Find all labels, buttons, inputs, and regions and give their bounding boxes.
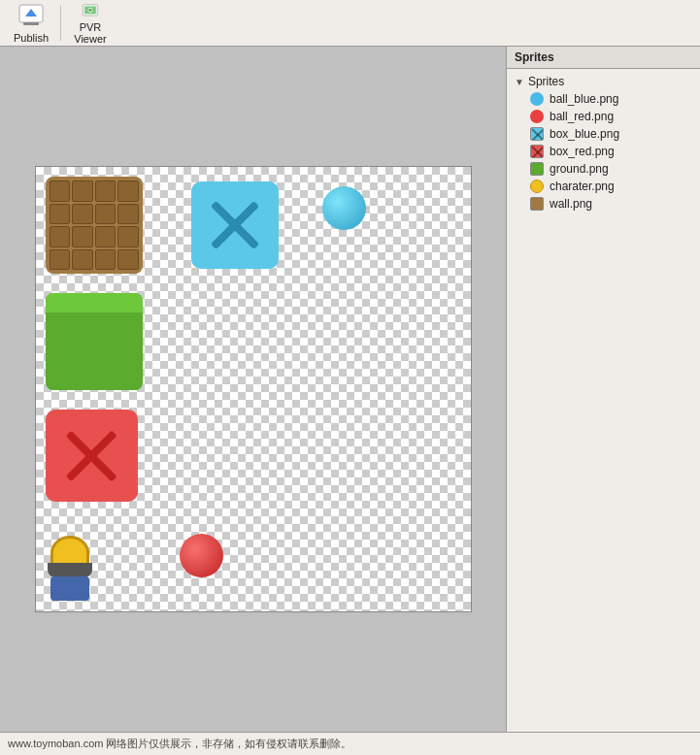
publish-icon	[17, 3, 45, 30]
ball-blue-sprite[interactable]	[322, 186, 366, 230]
sprite-row-wall[interactable]: wall.png	[507, 195, 700, 213]
panel-title: Sprites	[507, 47, 700, 69]
tree-triangle-icon: ▼	[515, 77, 524, 87]
ground-sprite[interactable]	[46, 293, 143, 390]
sprite-row-ground[interactable]: ground.png	[507, 160, 700, 178]
sprite-box-icon	[530, 197, 544, 211]
sprite-label: box_blue.png	[550, 127, 619, 141]
canvas-area	[0, 47, 506, 732]
ground-top	[46, 293, 143, 312]
box-blue-x-icon	[204, 195, 265, 256]
pvr-viewer-icon	[77, 2, 104, 19]
sprites-tree: ▼ Sprites ball_blue.pngball_red.png box_…	[507, 69, 700, 216]
sprite-label: ball_red.png	[550, 110, 614, 123]
publish-button[interactable]: Publish	[4, 2, 58, 45]
statusbar-text: www.toymoban.com 网络图片仅供展示，非存储，如有侵权请联系删除。	[8, 737, 351, 751]
character-torso	[50, 576, 89, 601]
sprite-canvas	[35, 166, 472, 612]
tree-header[interactable]: ▼ Sprites	[507, 73, 700, 90]
sprite-row-ball_red[interactable]: ball_red.png	[507, 108, 700, 125]
sprite-label: ground.png	[550, 162, 609, 176]
sprite-row-box_red[interactable]: box_red.png	[507, 143, 700, 160]
wall-brick-grid	[46, 177, 143, 274]
character-visor	[48, 563, 92, 577]
sprite-row-ball_blue[interactable]: ball_blue.png	[507, 90, 700, 108]
sprite-row-charater[interactable]: charater.png	[507, 178, 700, 195]
main-area: Sprites ▼ Sprites ball_blue.pngball_red.…	[0, 47, 700, 732]
svg-rect-2	[23, 22, 39, 25]
box-red-sprite[interactable]	[46, 410, 138, 502]
character-sprite[interactable]	[46, 526, 162, 604]
pvr-viewer-label: PVR Viewer	[63, 21, 117, 45]
sprite-label: ball_blue.png	[550, 92, 618, 106]
ground-bottom	[46, 312, 143, 390]
sprite-row-box_blue[interactable]: box_blue.png	[507, 125, 700, 143]
sprite-box-icon	[530, 162, 544, 176]
pvr-viewer-button[interactable]: PVR Viewer	[63, 2, 117, 45]
statusbar: www.toymoban.com 网络图片仅供展示，非存储，如有侵权请联系删除。	[0, 732, 700, 755]
tree-header-label: Sprites	[528, 75, 564, 88]
wall-sprite[interactable]	[46, 177, 143, 274]
sprites-panel: Sprites ▼ Sprites ball_blue.pngball_red.…	[506, 47, 700, 732]
ball-red-sprite[interactable]	[180, 534, 223, 577]
sprite-label: box_red.png	[550, 145, 615, 158]
publish-label: Publish	[14, 32, 49, 44]
sprite-label: wall.png	[550, 197, 592, 211]
sprite-dot-icon	[530, 110, 544, 123]
sprite-label: charater.png	[550, 180, 615, 193]
toolbar-separator	[60, 6, 61, 41]
toolbar: Publish PVR Viewer	[0, 0, 700, 47]
sprite-box-icon	[530, 145, 544, 158]
character-body	[46, 536, 94, 594]
sprite-dot-icon	[530, 92, 544, 106]
sprite-box-icon	[530, 127, 544, 141]
box-red-x-icon	[59, 423, 124, 488]
char-icon	[530, 180, 544, 193]
box-blue-sprite[interactable]	[191, 181, 279, 269]
